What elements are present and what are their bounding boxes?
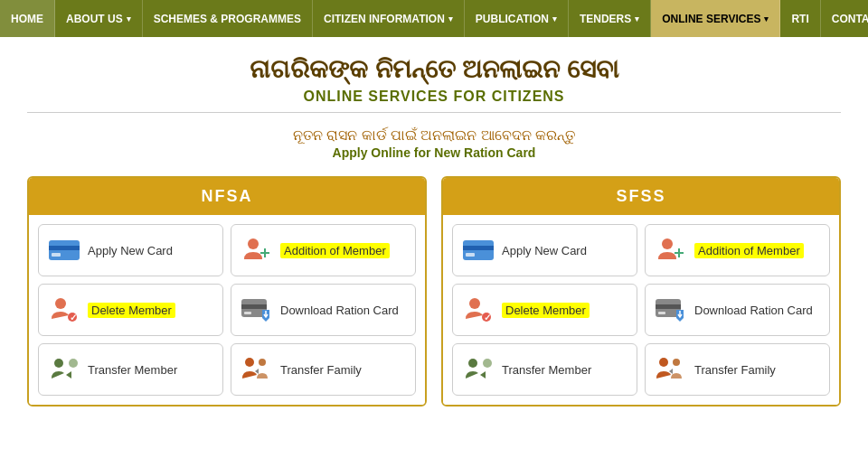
- svg-point-30: [468, 359, 477, 368]
- svg-rect-5: [260, 252, 269, 254]
- svg-point-15: [245, 358, 254, 367]
- nfsa-header: NFSA: [29, 178, 425, 215]
- chevron-down-icon: ▾: [635, 14, 639, 23]
- nav-item-home[interactable]: HOME: [0, 0, 55, 37]
- service-card-download-card[interactable]: Download Ration Card: [645, 284, 830, 336]
- chevron-down-icon: ▾: [448, 14, 453, 23]
- service-card-card[interactable]: Apply New Card: [452, 224, 637, 276]
- transfer-family-icon: [241, 353, 273, 386]
- svg-point-23: [469, 298, 480, 309]
- svg-point-16: [259, 359, 266, 366]
- person-add-icon: [241, 234, 273, 266]
- transfer-family-icon: [655, 353, 687, 386]
- svg-rect-1: [49, 246, 80, 250]
- divider: [27, 112, 841, 113]
- service-label: Addition of Member: [280, 244, 390, 257]
- service-card-download-card[interactable]: Download Ration Card: [231, 284, 416, 336]
- download-card-icon: [241, 294, 273, 326]
- nav-item-tenders[interactable]: TENDERS▾: [569, 0, 651, 37]
- svg-rect-22: [675, 252, 684, 254]
- nfsa-body: Apply New Card Addition of Member ✓ Dele…: [29, 215, 425, 405]
- service-card-transfer-person[interactable]: Transfer Member: [38, 343, 223, 396]
- svg-rect-19: [466, 253, 475, 257]
- service-card-delete-person[interactable]: ✓ Delete Member: [38, 284, 223, 336]
- service-columns: NFSA Apply New Card Addition of Member ✓…: [27, 176, 841, 407]
- svg-rect-18: [463, 246, 494, 250]
- service-label: Transfer Member: [502, 363, 591, 377]
- service-card-delete-person[interactable]: ✓ Delete Member: [452, 284, 637, 336]
- svg-text:✓: ✓: [484, 313, 491, 322]
- service-label: Transfer Member: [88, 363, 177, 377]
- svg-rect-11: [244, 312, 251, 314]
- service-card-card[interactable]: Apply New Card: [38, 224, 223, 276]
- svg-rect-10: [241, 304, 267, 309]
- person-add-icon: [655, 234, 687, 266]
- svg-point-13: [54, 359, 63, 368]
- nav-item-rti[interactable]: RTI: [780, 0, 820, 37]
- main-content: ନାଗରିକଙ୍କ ନିମନ୍ତେ ଅନଲାଇନ ସେବା ONLINE SER…: [0, 37, 868, 425]
- service-label: Apply New Card: [502, 244, 587, 257]
- svg-point-14: [69, 359, 78, 368]
- chevron-down-icon: ▾: [127, 14, 131, 23]
- nav-item-online-services[interactable]: ONLINE SERVICES▾: [651, 0, 780, 37]
- delete-person-icon: ✓: [462, 294, 495, 326]
- svg-rect-27: [656, 304, 681, 309]
- nav-item-publication[interactable]: PUBLICATION▾: [465, 0, 569, 37]
- nav-item-schemes-&-programmes[interactable]: SCHEMES & PROGRAMMES: [143, 0, 313, 37]
- svg-point-32: [659, 358, 668, 367]
- chevron-down-icon: ▾: [764, 14, 769, 23]
- service-label: Download Ration Card: [694, 304, 813, 317]
- nav-item-citizen-information[interactable]: CITIZEN INFORMATION▾: [313, 0, 465, 37]
- english-heading: ONLINE SERVICES FOR CITIZENS: [27, 89, 841, 105]
- nav-item-contact-us[interactable]: CONTACT US: [821, 0, 868, 37]
- navigation: HOMEABOUT US▾SCHEMES & PROGRAMMESCITIZEN…: [0, 0, 868, 37]
- nav-item-about-us[interactable]: ABOUT US▾: [55, 0, 143, 37]
- svg-point-6: [55, 298, 66, 309]
- download-card-icon: [655, 294, 687, 326]
- sfss-header: SFSS: [443, 178, 839, 215]
- service-label: Transfer Family: [280, 363, 362, 377]
- transfer-person-icon: [462, 353, 495, 386]
- service-label: Transfer Family: [694, 363, 776, 377]
- odia-heading: ନାଗରିକଙ୍କ ନିମନ୍ତେ ଅନଲାଇନ ସେବା: [27, 55, 841, 85]
- sfss-body: Apply New Card Addition of Member ✓ Dele…: [443, 215, 839, 405]
- service-label: Delete Member: [502, 304, 590, 317]
- svg-text:✓: ✓: [70, 313, 77, 322]
- nfsa-column: NFSA Apply New Card Addition of Member ✓…: [27, 176, 427, 407]
- service-label: Download Ration Card: [280, 304, 399, 317]
- delete-person-icon: ✓: [48, 294, 80, 326]
- card-icon: [48, 234, 80, 266]
- service-label: Delete Member: [88, 304, 175, 317]
- svg-point-3: [248, 238, 259, 249]
- service-card-transfer-family[interactable]: Transfer Family: [231, 343, 416, 396]
- sfss-column: SFSS Apply New Card Addition of Member ✓…: [441, 176, 841, 407]
- service-card-person-add[interactable]: Addition of Member: [645, 224, 830, 276]
- service-label: Apply New Card: [88, 244, 173, 257]
- english-apply-text: Apply Online for New Ration Card: [27, 145, 841, 160]
- svg-rect-2: [52, 253, 61, 257]
- chevron-down-icon: ▾: [552, 14, 557, 23]
- card-icon: [462, 234, 495, 266]
- svg-rect-28: [658, 312, 665, 314]
- svg-point-20: [662, 238, 673, 249]
- service-card-transfer-person[interactable]: Transfer Member: [452, 343, 637, 396]
- svg-point-31: [483, 359, 492, 368]
- service-card-transfer-family[interactable]: Transfer Family: [645, 343, 830, 396]
- svg-point-33: [673, 359, 680, 366]
- service-label: Addition of Member: [694, 244, 804, 257]
- transfer-person-icon: [48, 353, 80, 386]
- odia-apply-text: ନୂତନ ରାସନ କାର୍ଡ ପାଇଁ ଅନଲାଇନ ଆବେଦନ କରନ୍ତୁ: [27, 127, 841, 144]
- service-card-person-add[interactable]: Addition of Member: [231, 224, 416, 276]
